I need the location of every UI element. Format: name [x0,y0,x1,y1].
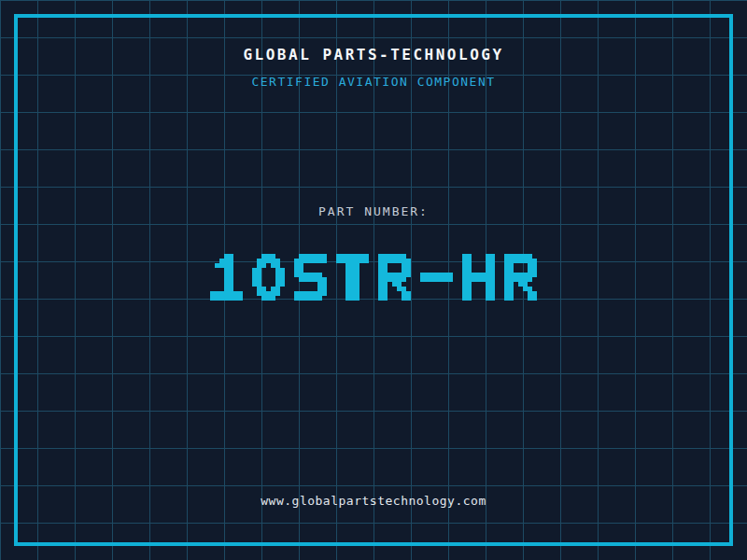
company-title: GLOBAL PARTS-TECHNOLOGY [0,46,747,63]
website-url: www.globalpartstechnology.com [0,494,747,508]
part-number-pixel-text [210,254,537,301]
page-background: GLOBAL PARTS-TECHNOLOGY CERTIFIED AVIATI… [0,0,747,560]
part-number-display [0,254,747,301]
part-number-label: PART NUMBER: [0,204,747,218]
certification-subtitle: CERTIFIED AVIATION COMPONENT [0,75,747,89]
